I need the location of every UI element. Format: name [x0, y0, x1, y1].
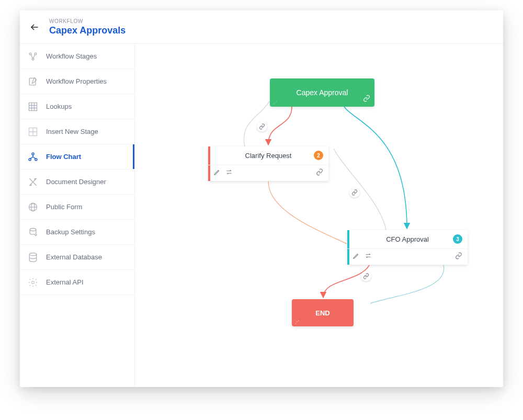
sidebar-item-label: Lookups [46, 103, 72, 110]
connector-link-icon[interactable] [361, 271, 371, 281]
sidebar-item-external-database[interactable]: External Database [20, 245, 134, 270]
link-icon[interactable] [316, 168, 323, 178]
swap-icon[interactable] [364, 252, 372, 262]
backup-icon [27, 226, 39, 238]
drag-icon: ⋰ [295, 320, 299, 324]
sidebar-item-document-designer[interactable]: Document Designer [20, 169, 134, 195]
connector-link-icon[interactable] [257, 121, 267, 132]
link-icon[interactable] [455, 252, 462, 262]
sidebar-item-label: Workflow Properties [46, 77, 107, 85]
page-title: Capex Approvals [49, 25, 126, 36]
nodes-icon [27, 51, 39, 62]
edit-icon[interactable] [213, 168, 221, 178]
flow-node-label: END [315, 309, 329, 317]
swap-icon[interactable] [225, 168, 233, 178]
flow-node-tool-row [208, 165, 328, 181]
sidebar-item-lookups[interactable]: Lookups [20, 94, 134, 119]
arrow-left-icon [30, 22, 39, 32]
sidebar: Workflow Stages Workflow Properties Look… [20, 44, 135, 387]
gear-icon [27, 277, 39, 288]
back-button[interactable] [27, 20, 42, 35]
edit-icon[interactable] [353, 252, 360, 262]
flow-icon [27, 151, 39, 163]
stage-badge: 3 [453, 234, 462, 244]
sidebar-item-public-form[interactable]: Public Form [20, 195, 134, 220]
sidebar-item-label: Workflow Stages [46, 52, 97, 60]
flow-node-title: CFO Approval [386, 235, 429, 243]
flow-node-tool-row [347, 249, 468, 265]
sidebar-item-backup-settings[interactable]: Backup Settings [20, 220, 134, 245]
globe-icon [27, 201, 39, 213]
sidebar-item-label: Backup Settings [46, 228, 95, 236]
sidebar-item-label: Document Designer [46, 178, 106, 186]
flow-node-end[interactable]: END ⋰ [292, 299, 354, 326]
edit-doc-icon [27, 76, 39, 87]
flow-node-clarify-request[interactable]: Clarify Request 2 [208, 146, 328, 181]
flow-node-label: Capex Approval [297, 88, 348, 97]
sidebar-item-external-api[interactable]: External API [20, 270, 134, 295]
svg-point-21 [32, 281, 35, 283]
connector-link-icon[interactable] [349, 187, 360, 198]
drag-icon: ⋰ [273, 100, 277, 105]
flow-node-cfo-approval[interactable]: CFO Approval 3 [347, 230, 468, 265]
sidebar-item-insert-new-stage[interactable]: Insert New Stage [20, 119, 134, 144]
sidebar-item-flow-chart[interactable]: Flow Chart [20, 144, 134, 169]
stage-badge: 2 [314, 151, 323, 160]
svg-rect-5 [29, 103, 37, 110]
flow-node-title-row: CFO Approval 3 [347, 230, 468, 249]
link-icon[interactable] [363, 95, 370, 104]
sidebar-item-label: External Database [46, 253, 102, 261]
grid-icon [27, 101, 39, 112]
flow-node-start[interactable]: Capex Approval ⋰ [270, 78, 374, 107]
svg-point-13 [32, 153, 34, 155]
flow-node-title-row: Clarify Request 2 [208, 146, 328, 165]
sidebar-item-label: Public Form [46, 203, 82, 211]
flow-canvas[interactable]: Capex Approval ⋰ Clarify Request 2 [135, 44, 503, 387]
sidebar-item-workflow-properties[interactable]: Workflow Properties [20, 69, 134, 94]
header-text: WORKFLOW Capex Approvals [49, 18, 126, 36]
sidebar-item-label: Flow Chart [46, 153, 81, 161]
svg-point-20 [29, 253, 36, 255]
header-eyebrow: WORKFLOW [49, 18, 126, 24]
sidebar-item-label: External API [46, 278, 84, 286]
grid-plus-icon [27, 126, 39, 138]
svg-point-3 [32, 58, 34, 60]
database-icon [27, 252, 39, 263]
flow-node-title: Clarify Request [245, 152, 292, 160]
design-icon [27, 176, 39, 188]
app-window: WORKFLOW Capex Approvals Workflow Stages… [20, 10, 503, 387]
sidebar-item-workflow-stages[interactable]: Workflow Stages [20, 44, 134, 69]
sidebar-item-label: Insert New Stage [46, 128, 98, 135]
svg-point-19 [30, 228, 36, 231]
body: Workflow Stages Workflow Properties Look… [20, 44, 503, 387]
header: WORKFLOW Capex Approvals [20, 10, 503, 44]
